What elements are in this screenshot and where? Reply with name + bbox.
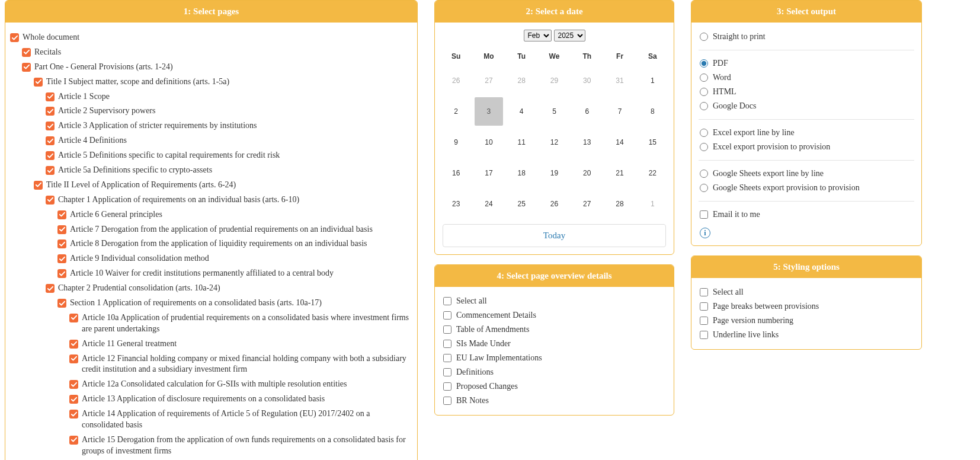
tree-label[interactable]: Article 14 Application of requirements o…	[82, 408, 412, 431]
tree-label[interactable]: Chapter 2 Prudential consolidation (arts…	[58, 283, 220, 294]
tree-checkbox[interactable]	[57, 254, 66, 263]
tree-node-part1[interactable]: Part One - General Provisions (arts. 1-2…	[22, 60, 412, 74]
calendar-day[interactable]: 31	[603, 65, 636, 96]
calendar-day[interactable]: 13	[571, 127, 603, 158]
output-word-radio[interactable]	[700, 74, 708, 82]
tree-label[interactable]: Title I Subject matter, scope and defini…	[46, 76, 229, 88]
details-commencement-checkbox[interactable]	[443, 311, 451, 320]
tree-checkbox[interactable]	[57, 269, 66, 278]
tree-node-a10a[interactable]: Article 10a Application of prudential re…	[69, 311, 412, 336]
tree-node-recitals[interactable]: Recitals	[22, 46, 412, 59]
tree-node-title2[interactable]: Title II Level of Application of Require…	[34, 178, 412, 192]
tree-checkbox[interactable]	[46, 136, 55, 145]
tree-checkbox[interactable]	[46, 284, 55, 293]
tree-node-ch2[interactable]: Chapter 2 Prudential consolidation (arts…	[46, 282, 412, 295]
tree-node-a7[interactable]: Article 7 Derogation from the applicatio…	[57, 223, 412, 237]
tree-checkbox[interactable]	[69, 395, 78, 404]
output-print-radio[interactable]	[700, 33, 708, 41]
tree-node-sec1[interactable]: Section 1 Application of requirements on…	[57, 296, 412, 310]
tree-label[interactable]: Article 12 Financial holding company or …	[82, 353, 412, 376]
tree-node-a3[interactable]: Article 3 Application of stricter requir…	[46, 119, 412, 133]
output-email-label[interactable]: Email it to me	[713, 210, 760, 219]
calendar-day[interactable]: 19	[538, 158, 571, 189]
tree-label[interactable]: Article 7 Derogation from the applicatio…	[70, 224, 373, 235]
styling-version-checkbox[interactable]	[700, 317, 708, 325]
calendar-day[interactable]: 15	[636, 127, 669, 158]
calendar-day[interactable]: 27	[472, 65, 505, 96]
output-word[interactable]: Word	[696, 71, 917, 85]
output-gsheets-prov[interactable]: Google Sheets export provision to provis…	[696, 181, 917, 195]
calendar-day[interactable]: 1	[636, 189, 669, 219]
tree-checkbox[interactable]	[22, 48, 31, 57]
info-icon[interactable]: i	[700, 228, 710, 238]
tree-label[interactable]: Article 10 Waiver for credit institution…	[70, 268, 334, 279]
tree-checkbox[interactable]	[46, 107, 55, 116]
calendar-day[interactable]: 3	[472, 96, 505, 127]
calendar-day[interactable]: 4	[505, 96, 538, 127]
tree-checkbox[interactable]	[46, 151, 55, 160]
today-button[interactable]: Today	[443, 224, 666, 247]
details-sis-checkbox[interactable]	[443, 340, 451, 348]
calendar-day[interactable]: 1	[636, 65, 669, 96]
calendar-day[interactable]: 20	[571, 158, 603, 189]
details-br[interactable]: BR Notes	[440, 394, 669, 408]
details-proposed[interactable]: Proposed Changes	[440, 379, 669, 394]
tree-checkbox[interactable]	[69, 340, 78, 349]
output-pdf-label[interactable]: PDF	[713, 59, 728, 68]
details-proposed-label[interactable]: Proposed Changes	[456, 382, 518, 391]
details-defs[interactable]: Definitions	[440, 365, 669, 379]
calendar-day[interactable]: 28	[505, 65, 538, 96]
calendar-day[interactable]: 30	[571, 65, 603, 96]
calendar-day[interactable]: 5	[538, 96, 571, 127]
styling-underline-label[interactable]: Underline live links	[713, 330, 779, 340]
tree-checkbox[interactable]	[69, 410, 78, 419]
output-email-checkbox[interactable]	[700, 210, 708, 219]
tree-checkbox[interactable]	[46, 92, 55, 101]
output-excel-prov-label[interactable]: Excel export provision to provision	[713, 142, 830, 152]
details-sis[interactable]: SIs Made Under	[440, 337, 669, 351]
output-html-label[interactable]: HTML	[713, 87, 736, 97]
tree-label[interactable]: Article 8 Derogation from the applicatio…	[70, 238, 367, 250]
styling-all-label[interactable]: Select all	[713, 288, 744, 297]
tree-checkbox[interactable]	[22, 63, 31, 72]
tree-node-a5a[interactable]: Article 5a Definitions specific to crypt…	[46, 164, 412, 177]
styling-all[interactable]: Select all	[696, 285, 917, 299]
tree-checkbox[interactable]	[57, 210, 66, 219]
calendar-day[interactable]: 26	[440, 65, 472, 96]
tree-label[interactable]: Article 15 Derogation from the applicati…	[82, 435, 412, 457]
styling-version[interactable]: Page version numbering	[696, 314, 917, 328]
calendar-day[interactable]: 8	[636, 96, 669, 127]
output-print[interactable]: Straight to print	[696, 30, 917, 44]
output-gdocs[interactable]: Google Docs	[696, 99, 917, 113]
details-all-checkbox[interactable]	[443, 297, 451, 305]
tree-label[interactable]: Article 11 General treatment	[82, 338, 177, 350]
output-gsheets-prov-radio[interactable]	[700, 184, 708, 192]
tree-label[interactable]: Article 12a Consolidated calculation for…	[82, 379, 347, 390]
styling-version-label[interactable]: Page version numbering	[713, 316, 793, 325]
calendar-day[interactable]: 24	[472, 189, 505, 219]
tree-checkbox[interactable]	[46, 122, 55, 130]
tree-node-a14[interactable]: Article 14 Application of requirements o…	[69, 407, 412, 432]
output-html[interactable]: HTML	[696, 85, 917, 99]
tree-node-a15[interactable]: Article 15 Derogation from the applicati…	[69, 433, 412, 458]
details-br-label[interactable]: BR Notes	[456, 396, 489, 405]
output-excel-prov[interactable]: Excel export provision to provision	[696, 140, 917, 154]
calendar-day[interactable]: 22	[636, 158, 669, 189]
styling-breaks-label[interactable]: Page breaks between provisions	[713, 302, 819, 311]
calendar-day[interactable]: 14	[603, 127, 636, 158]
output-gsheets-line-radio[interactable]	[700, 170, 708, 178]
tree-checkbox[interactable]	[46, 166, 55, 175]
tree-node-a1[interactable]: Article 1 Scope	[46, 90, 412, 104]
details-sis-label[interactable]: SIs Made Under	[456, 339, 511, 349]
calendar-day[interactable]: 6	[571, 96, 603, 127]
tree-node-a12a[interactable]: Article 12a Consolidated calculation for…	[69, 378, 412, 391]
styling-underline-checkbox[interactable]	[700, 331, 708, 339]
output-gdocs-radio[interactable]	[700, 102, 708, 110]
tree-checkbox[interactable]	[46, 196, 55, 205]
details-defs-checkbox[interactable]	[443, 368, 451, 376]
tree-node-a2[interactable]: Article 2 Supervisory powers	[46, 104, 412, 118]
calendar-day[interactable]: 9	[440, 127, 472, 158]
details-eu[interactable]: EU Law Implementations	[440, 351, 669, 365]
month-select[interactable]: Feb	[524, 30, 552, 41]
tree-label[interactable]: Article 9 Individual consolidation metho…	[70, 253, 209, 264]
